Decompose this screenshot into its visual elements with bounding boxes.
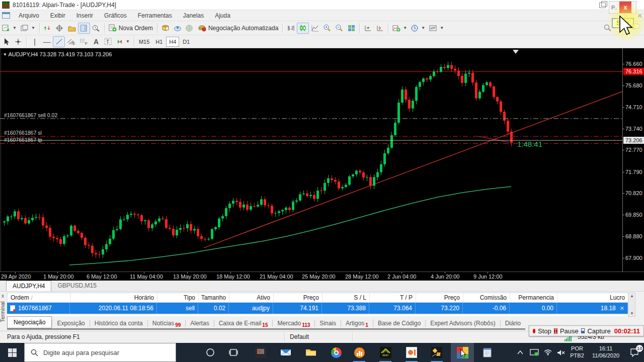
indicators-button[interactable]: ▼ [390,23,409,34]
crosshair-icon[interactable] [54,23,66,34]
terminal-tab[interactable]: Caixa de E-mail15 [214,318,273,328]
menu-item[interactable]: Inserir [71,11,99,20]
terminal-tab[interactable]: Alertas [186,318,213,328]
column-header[interactable]: S / L [323,293,370,302]
market-stats-app-icon[interactable] [349,343,369,362]
record-pause-icon[interactable] [554,328,557,334]
menu-item[interactable]: Ferramentas [132,11,178,20]
fibonacci-tool[interactable]: F [77,36,90,47]
templates-button[interactable]: ▼ [427,23,446,34]
terminal-tab[interactable]: Mercado113 [273,318,314,328]
column-header[interactable]: Lucro [557,293,628,302]
menu-item[interactable]: Exibir [45,11,71,20]
order-cell[interactable]: 2020.06.11 08:18:56 [70,303,157,314]
taskbar-search-input[interactable]: Digite aqui para pesquisar [24,343,176,362]
strategy-tester-icon[interactable] [90,23,102,34]
timeframe-h1[interactable]: H1 [152,37,166,47]
order-cell[interactable]: 1607661867 [7,303,70,314]
history-center-icon[interactable] [159,23,172,34]
periods-button[interactable]: ▼ [409,23,427,34]
column-header[interactable]: Horário [70,293,157,302]
column-header[interactable]: Ordem / [8,293,70,302]
zoom-out-icon[interactable] [333,23,345,34]
column-header[interactable]: Tipo [157,293,199,302]
order-cell[interactable]: 0.02 [198,303,229,314]
column-header[interactable]: T / P [370,293,416,302]
terminal-scrollbar[interactable]: ▲▼ [628,293,635,317]
terminal-tab[interactable]: Expert Advisors (Robôs) [426,318,500,328]
order-row[interactable]: 16076618672020.06.11 08:18:56sell0.02aud… [7,303,628,314]
order-line-label[interactable]: #1607661867 sell 0.02 [4,112,57,118]
crosshair-tool[interactable] [12,36,24,47]
zoom-in-icon[interactable] [321,23,333,34]
timeframe-d1[interactable]: D1 [180,37,193,47]
record-stop-icon[interactable] [533,329,535,333]
order-cell[interactable]: 74.191 [273,303,322,314]
file-explorer-icon[interactable] [301,343,321,362]
office-app-icon[interactable] [401,343,422,362]
close-position-icon[interactable]: ✕ [620,305,624,312]
order-cell[interactable]: -0.06 [463,303,510,314]
menu-item[interactable]: Ajuda [209,11,236,20]
record-stop-label[interactable]: Stop [538,327,551,335]
time-axis[interactable]: 29 Apr 20201 May 20:006 May 12:0011 May … [0,272,644,281]
orders-table-header[interactable]: Ordem /HorárioTipoTamanhoAtivoPreçoS / L… [7,293,628,303]
tray-clock[interactable]: 16:1111/06/2020 [587,343,625,362]
market-watch-button[interactable] [78,23,90,34]
restore-window-icon[interactable] [599,3,606,8]
chart-tab[interactable]: AUDJPY,H4 [6,281,51,291]
order-cell[interactable]: sell [157,303,198,314]
order-cell[interactable]: 73.220 [416,303,463,314]
order-cell[interactable]: 18.18✕ [557,303,628,314]
order-line-label[interactable]: #1607661867 tp [4,137,42,143]
tray-wifi-icon[interactable] [541,343,554,362]
column-header[interactable]: Preço [416,293,463,302]
community-icon[interactable] [184,23,196,34]
photos-app-icon[interactable] [251,343,271,362]
record-capture-label[interactable]: Capture [587,327,610,335]
scroll-down-icon[interactable]: ▼ [630,311,634,316]
chart-area[interactable]: 1:48:41 ▼ AUDJPY,H4 73.328 73.419 73.103… [0,48,644,281]
order-cell[interactable]: 73.388 [322,303,369,314]
timeframe-h4[interactable]: H4 [166,37,179,47]
collapse-triangle-icon[interactable]: ▼ [3,52,7,57]
menu-item[interactable]: Gráficos [99,11,132,20]
order-line-label[interactable]: #1607661867 sl [4,130,42,136]
tray-chevron-icon[interactable] [514,343,526,362]
terminal-tab[interactable]: Diário [501,318,525,328]
arrows-tool[interactable]: ▼ [114,36,132,47]
action-center-icon[interactable]: 14 [625,343,644,362]
favorites-icon[interactable] [66,23,78,34]
column-header[interactable]: Permanencia [510,293,557,302]
status-profile[interactable]: Default [290,333,309,340]
record-pause-label[interactable]: Pause [560,327,579,335]
menu-item[interactable]: Arquivo [13,11,45,20]
metaeditor-icon[interactable] [172,23,184,34]
autotrading-button[interactable]: Negociação Automatizada [196,23,280,34]
text-label-tool[interactable]: T [102,36,114,47]
record-capture-icon[interactable] [581,328,585,333]
new-chart-button[interactable]: +▼ [0,23,19,34]
chrome-icon[interactable] [326,343,346,362]
symbols-icon[interactable] [42,23,54,34]
new-order-button[interactable]: Nova Ordem [107,23,155,34]
profiles-button[interactable]: ▼ [19,23,37,34]
vertical-line-tool[interactable]: | [29,36,41,47]
start-button[interactable] [0,343,24,362]
mail-app-icon[interactable] [276,343,296,362]
notepad-app-icon[interactable] [477,343,497,362]
terminal-tab[interactable]: Negociação [7,316,52,328]
order-cell[interactable]: 0.00 [510,303,557,314]
trading-app-icon[interactable] [427,343,447,362]
alpari-app-icon[interactable]: alpari [375,343,395,362]
auto-scroll-icon[interactable] [362,23,374,34]
candlestick-chart-icon[interactable] [297,23,309,34]
bar-chart-icon[interactable] [285,23,297,34]
menu-item[interactable]: Janelas [178,11,209,20]
tray-language[interactable]: PORPTB2 [568,343,587,362]
terminal-tab[interactable]: Artigos1 [341,318,373,328]
scroll-up-icon[interactable]: ▲ [630,294,634,298]
chart-window-icon[interactable] [2,12,10,19]
line-chart-icon[interactable] [309,23,321,34]
terminal-tab[interactable]: Exposição [52,318,89,328]
